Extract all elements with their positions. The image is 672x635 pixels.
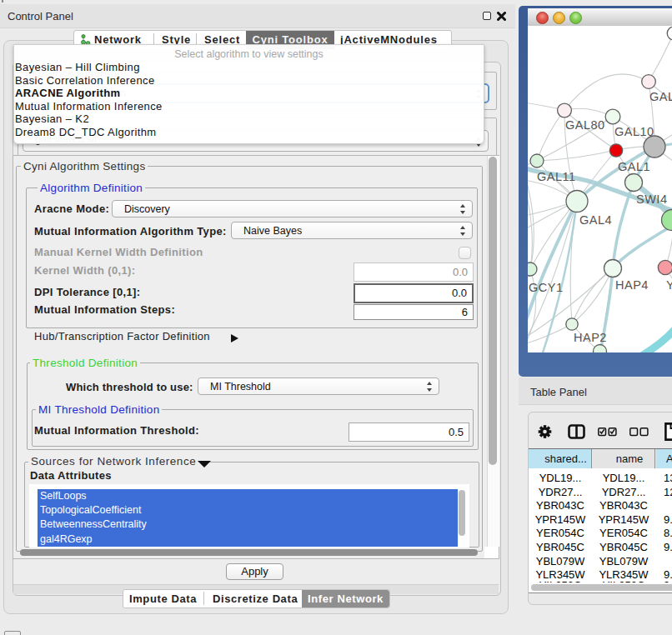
svg-text:HAP4: HAP4	[615, 278, 649, 292]
svg-text:SWI4: SWI4	[636, 192, 667, 206]
svg-text:GAL80: GAL80	[565, 118, 605, 132]
svg-text:GAL10: GAL10	[614, 125, 654, 138]
svg-text:GAL1: GAL1	[618, 160, 650, 173]
svg-text:Y: Y	[666, 278, 672, 292]
svg-text:HAP2: HAP2	[574, 331, 607, 344]
svg-text:GAL: GAL	[649, 90, 672, 103]
svg-text:GAL11: GAL11	[537, 170, 576, 183]
svg-text:GAL4: GAL4	[579, 213, 612, 227]
svg-text:GCY1: GCY1	[529, 281, 564, 294]
